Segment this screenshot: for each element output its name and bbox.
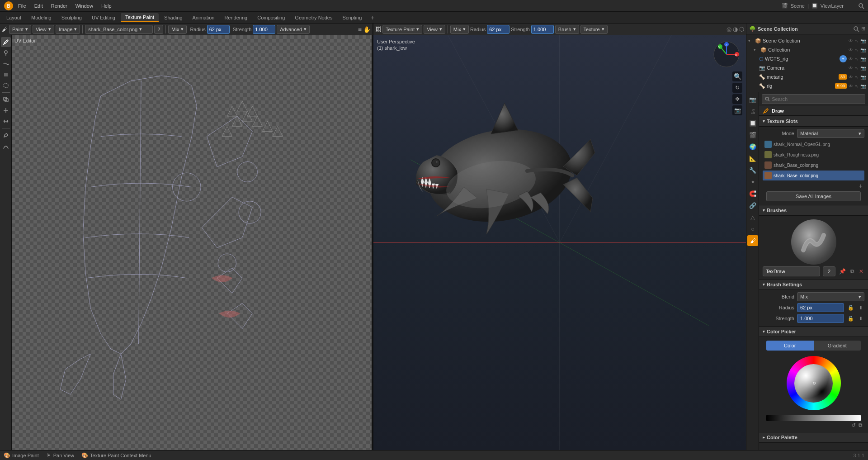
tool-clone[interactable] xyxy=(1,95,11,104)
outliner-filter-icon[interactable]: ⊞ xyxy=(861,26,865,32)
vis-icon-scene[interactable]: 👁 xyxy=(848,38,854,44)
pan-icon[interactable]: ✥ xyxy=(732,94,742,104)
vis-icon-meta[interactable]: 👁 xyxy=(848,74,854,80)
ws-tab-scripting[interactable]: Scripting xyxy=(338,14,366,22)
select-icon-scene[interactable]: ↖ xyxy=(854,38,859,44)
ws-tab-compositing[interactable]: Compositing xyxy=(253,14,289,22)
props-search-input[interactable] xyxy=(772,96,862,102)
props-scene-icon[interactable]: 🎬 xyxy=(747,129,758,140)
brush-copy-icon[interactable]: ⧉ xyxy=(849,267,855,275)
tool-annotate[interactable] xyxy=(1,130,11,140)
ws-tab-shading[interactable]: Shading xyxy=(160,14,187,22)
header-icon-1[interactable]: ≡ xyxy=(358,26,362,33)
rotate-icon[interactable]: ↻ xyxy=(732,83,742,93)
tool-fill[interactable] xyxy=(1,70,11,80)
texture-slot-0[interactable]: shark_Normal_OpenGL.png xyxy=(763,139,864,149)
props-world-icon[interactable]: 🌍 xyxy=(747,141,758,152)
brush-strength-input[interactable]: 1.000 xyxy=(797,314,844,323)
vis-icon-cam[interactable]: 👁 xyxy=(848,65,854,71)
radius-uniform-icon[interactable]: ⏸ xyxy=(858,304,864,311)
color-wheel-container[interactable] xyxy=(763,352,864,414)
texture-slots-header[interactable]: ▾ Texture Slots xyxy=(759,116,868,127)
props-modifiers-icon[interactable]: 🔧 xyxy=(747,165,758,175)
strength-lock-icon[interactable]: 🔓 xyxy=(847,315,855,322)
color-wheel-outer[interactable] xyxy=(787,356,841,410)
tool-draw[interactable] xyxy=(1,37,11,47)
blend-dropdown[interactable]: Mix ▾ xyxy=(797,292,864,301)
ws-tab-texture-paint[interactable]: Texture Paint xyxy=(121,13,159,22)
render-icon-coll[interactable]: 📷 xyxy=(860,47,866,53)
menu-file[interactable]: File xyxy=(14,2,30,9)
menu-edit[interactable]: Edit xyxy=(31,2,47,9)
color-picker-header[interactable]: ▾ Color Picker xyxy=(759,326,868,337)
uv-image-dropdown[interactable]: Image ▾ xyxy=(56,25,80,34)
3d-strength-input[interactable]: 1.000 xyxy=(531,25,554,34)
render-icon-wgts[interactable]: 📷 xyxy=(860,56,866,62)
texture-slot-2[interactable]: shark_Base_color.png xyxy=(763,160,864,170)
select-icon-rig[interactable]: ↖ xyxy=(854,83,859,89)
save-all-btn[interactable]: Save All Images xyxy=(766,191,861,201)
props-material-icon[interactable]: ○ xyxy=(747,223,758,234)
paint-mode-dropdown[interactable]: Paint ▾ xyxy=(9,25,31,34)
add-workspace-btn[interactable]: + xyxy=(367,13,378,22)
texture-slot-1[interactable]: shark_Roughness.png xyxy=(763,150,864,160)
brush-radius-input[interactable]: 62 px xyxy=(797,303,844,312)
props-output-icon[interactable]: 🖨 xyxy=(747,106,758,117)
3d-radius-input[interactable]: 62 px xyxy=(487,25,509,34)
ws-tab-uv[interactable]: UV Editing xyxy=(87,14,120,22)
props-object-icon[interactable]: 📐 xyxy=(747,153,758,164)
ws-tab-geometry-nodes[interactable]: Geometry Nodes xyxy=(290,14,337,22)
tree-collection[interactable]: ▾ 📦 Collection 👁 ↖ 📷 xyxy=(746,45,868,54)
menu-window[interactable]: Window xyxy=(72,2,97,9)
texture-slot-3[interactable]: shark_Base_color.png xyxy=(763,171,864,180)
color-copy-icon[interactable]: ⧉ xyxy=(859,422,863,428)
texture-number-btn[interactable]: 2 xyxy=(154,25,163,34)
brush-delete-icon[interactable]: ✕ xyxy=(858,267,864,275)
tree-camera[interactable]: 📷 Camera 👁 ↖ 📷 xyxy=(746,63,868,72)
3d-viewport[interactable]: User Perspective (1) shark_low X Y Z xyxy=(373,35,746,450)
radius-lock-icon[interactable]: 🔓 xyxy=(847,304,855,312)
tree-rig[interactable]: 🦴 rig 5.99 👁 ↖ 📷 xyxy=(746,81,868,90)
uv-view-dropdown[interactable]: View ▾ xyxy=(33,25,54,34)
color-tab-color[interactable]: Color xyxy=(766,341,814,351)
mode-dropdown[interactable]: Material ▾ xyxy=(797,129,864,138)
3d-overlay-icon[interactable]: ◎ xyxy=(726,26,731,33)
props-render-icon[interactable]: 📷 xyxy=(747,94,758,105)
render-icon-meta[interactable]: 📷 xyxy=(860,74,866,80)
uv-viewport[interactable]: UV Editor xyxy=(12,35,373,450)
tool-smear[interactable] xyxy=(1,59,11,69)
tree-wgts[interactable]: ⬡ WGTS_rig + 👁 ↖ 📷 xyxy=(746,54,868,63)
tool-multi[interactable] xyxy=(1,105,11,115)
vis-icon-wgts[interactable]: 👁 xyxy=(848,56,854,62)
brush-name-input[interactable]: TexDraw xyxy=(763,266,820,276)
3d-blend-dropdown[interactable]: Mix ▾ xyxy=(450,25,469,34)
select-icon-meta[interactable]: ↖ xyxy=(854,74,859,80)
tool-soften[interactable] xyxy=(1,81,11,90)
texture-name-dropdown[interactable]: shark_Base_color.png ▾ xyxy=(85,25,153,34)
menu-render[interactable]: Render xyxy=(47,2,71,9)
select-icon-cam[interactable]: ↖ xyxy=(854,65,859,71)
props-constraints-icon[interactable]: 🔗 xyxy=(747,200,758,211)
3d-xray-icon[interactable]: ⬡ xyxy=(739,26,744,33)
3d-brush-dropdown[interactable]: Brush ▾ xyxy=(555,25,579,34)
3d-texture-dropdown[interactable]: Texture ▾ xyxy=(580,25,608,34)
strength-input[interactable]: 1.000 xyxy=(253,25,275,34)
color-tab-gradient[interactable]: Gradient xyxy=(814,341,861,351)
vis-icon-coll[interactable]: 👁 xyxy=(848,47,854,53)
radius-input[interactable]: 62 px xyxy=(207,25,230,34)
3d-shading-icon[interactable]: ◑ xyxy=(733,26,738,33)
texture-paint-mode-dropdown[interactable]: Texture Paint ▾ xyxy=(382,25,422,34)
render-icon-rig[interactable]: 📷 xyxy=(860,83,866,89)
props-particles-icon[interactable]: ✦ xyxy=(747,176,758,187)
tool-transform[interactable] xyxy=(1,116,11,126)
brush-pin-icon[interactable]: 📌 xyxy=(838,267,847,275)
blend-mode-dropdown[interactable]: Mix ▾ xyxy=(168,25,187,34)
3d-view-dropdown[interactable]: View ▾ xyxy=(424,25,445,34)
camera-icon-vp[interactable]: 📷 xyxy=(732,105,742,115)
tree-scene-collection[interactable]: ▾ 📦 Scene Collection 👁 ↖ 📷 xyxy=(746,36,868,45)
ws-tab-sculpting[interactable]: Sculpting xyxy=(57,14,86,22)
select-icon-wgts[interactable]: ↖ xyxy=(854,56,859,62)
props-brush-icon[interactable]: 🖌 xyxy=(747,235,758,246)
menu-help[interactable]: Help xyxy=(98,2,115,9)
zoom-icon[interactable]: 🔍 xyxy=(732,71,742,81)
